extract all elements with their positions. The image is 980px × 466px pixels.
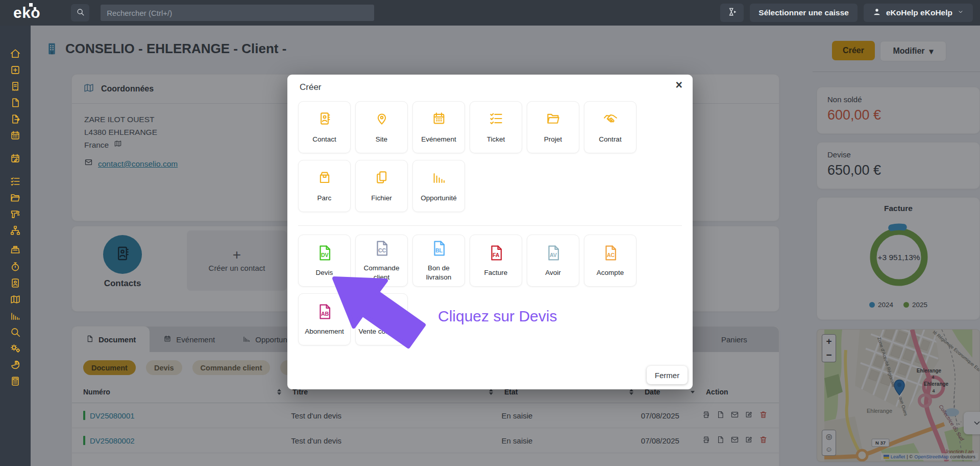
create-tile-fichier[interactable]: Fichier [355, 160, 408, 212]
sidebar-item-sitemap-icon[interactable] [10, 225, 21, 236]
create-modal: Créer × ContactSiteEvénementTicketProjet… [287, 75, 693, 389]
create-tile-bon-de-livraison[interactable]: BLBon de livraison [412, 235, 465, 287]
modal-title: Créer [300, 82, 322, 92]
user-menu-button[interactable]: eKoHelp eKoHelp [864, 4, 973, 22]
topbar: eko Sélectionner une caisse eKoHelp eKoH… [0, 0, 980, 26]
create-tile-opportunité[interactable]: Opportunité [412, 160, 465, 212]
sidebar-item-receipt-icon[interactable] [10, 81, 21, 92]
svg-text:DV: DV [321, 252, 328, 258]
sidebar [0, 26, 31, 466]
svg-text:AB: AB [321, 311, 329, 317]
search-input[interactable] [101, 5, 374, 21]
create-tile-ticket[interactable]: Ticket [470, 101, 522, 153]
close-icon[interactable]: × [676, 79, 682, 91]
create-tile-parc[interactable]: Parc [298, 160, 351, 212]
sidebar-item-list-check-icon[interactable] [10, 176, 21, 187]
sidebar-item-home-icon[interactable] [10, 48, 21, 59]
create-tile-devis[interactable]: DVDevis [298, 235, 351, 287]
create-tile-contact[interactable]: Contact [298, 101, 351, 153]
app-window: eko Sélectionner une caisse eKoHelp eKoH… [0, 0, 980, 466]
receipt-icon [374, 303, 389, 320]
sidebar-item-file-export-icon[interactable] [10, 113, 21, 125]
svg-text:BL: BL [435, 247, 443, 253]
user-icon [872, 7, 881, 18]
sidebar-item-bars-icon[interactable] [10, 310, 21, 321]
contact-card-icon [317, 111, 332, 128]
folder-open-icon [546, 111, 561, 128]
create-tile-abonnement[interactable]: ABAbonnement [298, 293, 351, 345]
calendar-icon [431, 111, 447, 128]
create-tile-evénement[interactable]: Evénement [412, 101, 465, 153]
sidebar-item-scanner-icon[interactable] [10, 208, 21, 220]
modal-tiles-group2: DVDevisCCCommande clientBLBon de livrais… [298, 235, 636, 345]
svg-text:FA: FA [492, 252, 499, 258]
copy-icon [374, 170, 389, 187]
box-icon [317, 170, 332, 187]
sidebar-item-id-badge-icon[interactable] [10, 277, 21, 289]
list-check-icon [488, 111, 504, 128]
bars-icon [431, 170, 447, 187]
svg-text:CC: CC [378, 247, 386, 253]
sidebar-item-calculator-icon[interactable] [10, 376, 21, 387]
hourglass-play-icon[interactable] [720, 4, 744, 22]
sidebar-item-pie-icon[interactable] [10, 359, 21, 370]
create-tile-acompte[interactable]: ACAcompte [584, 235, 636, 287]
svg-text:AC: AC [606, 252, 615, 258]
search-icon[interactable] [71, 4, 89, 21]
create-tile-projet[interactable]: Projet [527, 101, 579, 153]
sidebar-item-gears-icon[interactable] [10, 343, 21, 354]
modal-tiles-group1: ContactSiteEvénementTicketProjetContratP… [298, 101, 636, 212]
sidebar-item-calendar-pen-icon[interactable] [10, 153, 21, 164]
select-cashier-button[interactable]: Sélectionner une caisse [750, 4, 857, 22]
app-logo[interactable]: eko [13, 5, 40, 20]
create-tile-facture[interactable]: FAFacture [470, 235, 522, 287]
create-tile-contrat[interactable]: Contrat [584, 101, 636, 153]
svg-text:AV: AV [549, 252, 556, 258]
create-tile-site[interactable]: Site [355, 101, 408, 153]
sidebar-item-cash-register-icon[interactable] [10, 245, 21, 256]
create-tile-avoir[interactable]: AVAvoir [527, 235, 579, 287]
content: CONSELIO - EHLERANGE - Client - Créer Mo… [31, 26, 980, 466]
sidebar-item-stopwatch-icon[interactable] [10, 261, 21, 272]
sidebar-item-folder-open-icon[interactable] [10, 192, 21, 203]
create-tile-vente-comptoir[interactable]: Vente comptoir [355, 293, 408, 345]
sidebar-item-file-icon[interactable] [10, 97, 21, 108]
sidebar-item-calendar-icon[interactable] [10, 130, 21, 141]
handshake-icon [603, 111, 618, 128]
divider [298, 225, 682, 226]
pin-icon [374, 111, 389, 128]
create-tile-commande-client[interactable]: CCCommande client [355, 235, 408, 287]
sidebar-item-search-icon[interactable] [10, 327, 21, 338]
sidebar-item-square-plus-icon[interactable] [10, 64, 21, 76]
fermer-button[interactable]: Fermer [647, 366, 688, 384]
sidebar-item-map-icon[interactable] [10, 294, 21, 305]
chevron-down-icon [957, 8, 964, 17]
